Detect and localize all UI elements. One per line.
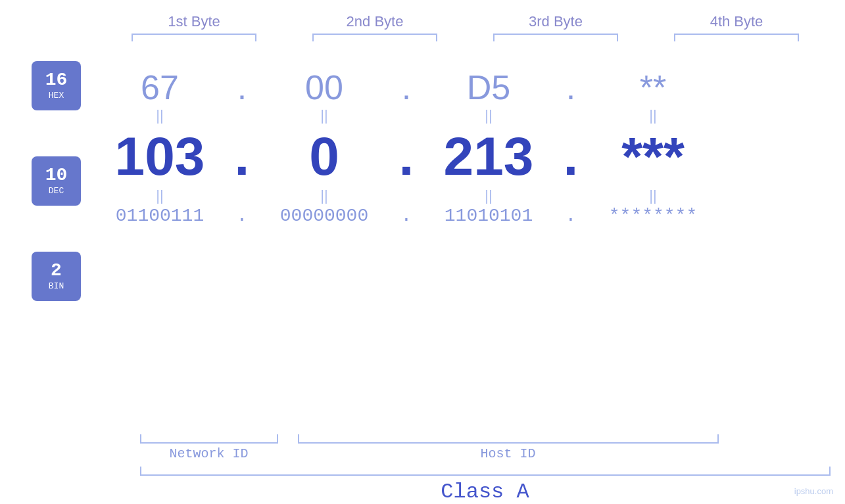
badge-hex: 16 HEX	[32, 61, 81, 110]
bin-cell-4: ********	[581, 206, 725, 226]
hex-cell-4: **	[581, 68, 725, 107]
dec-row: 103 . 0 . 213 . ***	[87, 126, 845, 187]
equals-1-1: ||	[87, 107, 232, 124]
byte-label-3: 3rd Byte	[483, 13, 628, 30]
hex-dot-2: .	[397, 68, 416, 107]
hex-value-1: 67	[141, 68, 179, 106]
badge-dec-number: 10	[45, 166, 68, 185]
badge-bin-label: BIN	[49, 281, 64, 291]
network-bracket	[140, 434, 278, 444]
dec-value-3: 213	[444, 126, 534, 186]
bin-dot-2: .	[397, 206, 416, 226]
top-bracket-row	[104, 34, 827, 41]
network-id-label: Network ID	[140, 446, 278, 461]
bin-cell-3: 11010101	[416, 206, 561, 226]
dec-value-4: ***	[621, 126, 685, 186]
bin-dot-3: .	[561, 206, 581, 226]
hex-value-3: D5	[467, 68, 510, 106]
host-id-label: Host ID	[298, 446, 719, 461]
bin-cell-2: 00000000	[252, 206, 397, 226]
dec-cell-3: 213	[416, 126, 561, 187]
bracket-3	[493, 34, 618, 41]
badge-bin-number: 2	[51, 262, 62, 280]
dec-cell-2: 0	[252, 126, 397, 187]
equals-1-2: ||	[252, 107, 397, 124]
hex-dot-1: .	[232, 68, 252, 107]
main-container: 1st Byte 2nd Byte 3rd Byte 4th Byte 16 H…	[0, 0, 845, 504]
equals-row-2: || || || ||	[87, 187, 845, 204]
bin-value-3: 11010101	[445, 206, 533, 226]
hex-cell-1: 67	[87, 68, 232, 107]
equals-2-3: ||	[416, 187, 561, 204]
data-grid: 67 . 00 . D5 . ** || ||	[87, 55, 845, 226]
bin-value-2: 00000000	[280, 206, 368, 226]
hex-cell-3: D5	[416, 68, 561, 107]
class-bracket	[140, 467, 831, 476]
header-row: 1st Byte 2nd Byte 3rd Byte 4th Byte	[104, 13, 827, 30]
byte-label-1: 1st Byte	[122, 13, 266, 30]
hex-row: 67 . 00 . D5 . **	[87, 68, 845, 107]
bracket-1	[132, 34, 256, 41]
equals-2-4: ||	[581, 187, 725, 204]
equals-1-4: ||	[581, 107, 725, 124]
bin-value-4: ********	[609, 206, 697, 226]
bracket-4	[674, 34, 799, 41]
badge-hex-label: HEX	[49, 91, 64, 101]
badges-column: 16 HEX 10 DEC 2 BIN	[32, 61, 81, 301]
equals-row-1: || || || ||	[87, 107, 845, 124]
badge-hex-number: 16	[45, 71, 68, 89]
id-label-row: Network ID Host ID	[140, 446, 831, 461]
class-label: Class A	[140, 480, 831, 504]
bracket-2	[312, 34, 437, 41]
dec-dot-2: .	[397, 126, 416, 187]
bin-row: 01100111 . 00000000 . 11010101 . *******…	[87, 206, 845, 226]
bin-dot-1: .	[232, 206, 252, 226]
host-bracket	[298, 434, 719, 444]
bin-cell-1: 01100111	[87, 206, 232, 226]
equals-1-3: ||	[416, 107, 561, 124]
bin-value-1: 01100111	[116, 206, 204, 226]
dec-dot-1: .	[232, 126, 252, 187]
equals-2-1: ||	[87, 187, 232, 204]
id-bracket-row	[140, 434, 831, 444]
dec-cell-4: ***	[581, 126, 725, 187]
class-section: Class A	[140, 467, 831, 504]
dec-dot-3: .	[561, 126, 581, 187]
badge-bin: 2 BIN	[32, 252, 81, 301]
dec-cell-1: 103	[87, 126, 232, 187]
badge-dec: 10 DEC	[32, 156, 81, 206]
hex-value-4: **	[640, 68, 666, 106]
content-area: 16 HEX 10 DEC 2 BIN 67 . 00	[0, 48, 845, 430]
dec-value-1: 103	[115, 126, 205, 186]
equals-2-2: ||	[252, 187, 397, 204]
hex-cell-2: 00	[252, 68, 397, 107]
hex-value-2: 00	[305, 68, 343, 106]
byte-label-2: 2nd Byte	[302, 13, 447, 30]
badge-dec-label: DEC	[49, 186, 64, 196]
watermark: ipshu.com	[794, 486, 833, 496]
byte-label-4: 4th Byte	[664, 13, 809, 30]
hex-dot-3: .	[561, 68, 581, 107]
dec-value-2: 0	[309, 126, 339, 186]
